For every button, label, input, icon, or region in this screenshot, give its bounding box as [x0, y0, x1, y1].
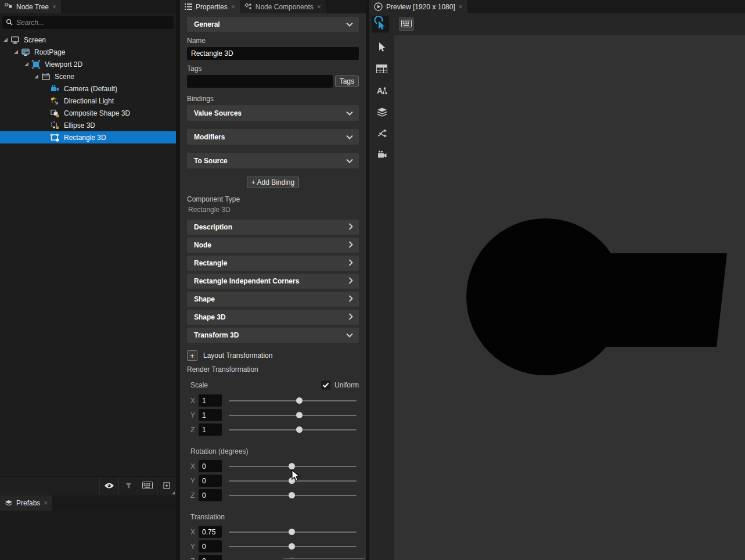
scale-x-input[interactable]: [199, 394, 222, 407]
tree-item-screen[interactable]: Screen: [0, 34, 176, 46]
section-modifiers-label: Modifiers: [194, 133, 225, 141]
tags-button[interactable]: Tags: [335, 76, 359, 87]
search-input[interactable]: [16, 19, 170, 27]
rotation-z-slider[interactable]: [229, 489, 357, 501]
connections-tool-button[interactable]: [375, 128, 390, 141]
section-transform-3d-label: Transform 3D: [194, 331, 239, 339]
scale-y-input[interactable]: [199, 409, 222, 421]
section-rectangle[interactable]: Rectangle: [187, 256, 359, 271]
splitter-left[interactable]: [176, 0, 180, 560]
expander-icon[interactable]: [13, 49, 19, 55]
text-tool-button[interactable]: A: [375, 85, 390, 98]
translation-x-input[interactable]: [199, 526, 222, 538]
tab-preview[interactable]: Preview [1920 x 1080] ×: [369, 0, 467, 13]
tree-item-label: Composite Shape 3D: [64, 109, 130, 117]
slider-handle[interactable]: [289, 478, 295, 484]
tab-node-components-close-icon[interactable]: ×: [317, 3, 321, 10]
tree-item-directional-light[interactable]: Directional Light: [0, 95, 176, 107]
interact-mode-button[interactable]: [372, 16, 389, 33]
tree-item-rectangle-3d[interactable]: Rectangle 3D: [0, 131, 176, 143]
tree-item-composite-shape-3d[interactable]: Composite Shape 3D: [0, 107, 176, 119]
tags-input[interactable]: [187, 75, 333, 88]
preview-canvas[interactable]: [394, 35, 745, 560]
tab-node-components[interactable]: Node Components ×: [240, 0, 326, 13]
expander-icon[interactable]: [23, 62, 29, 67]
tab-node-tree[interactable]: Node Tree ×: [0, 0, 61, 13]
prefabs-icon: [5, 500, 13, 507]
section-description[interactable]: Description: [187, 220, 359, 235]
camera-tool-button[interactable]: [375, 149, 390, 162]
panel-options-button[interactable]: [157, 477, 176, 496]
scale-x-slider[interactable]: [229, 394, 357, 407]
scale-z-input[interactable]: [199, 423, 222, 436]
layers-icon: [377, 107, 387, 119]
tab-node-tree-label: Node Tree: [16, 3, 49, 11]
tree-item-viewport-2d[interactable]: Viewport 2D: [0, 58, 176, 70]
section-shape-3d[interactable]: Shape 3D: [187, 310, 359, 325]
plus-icon: +: [190, 351, 195, 360]
slider-handle[interactable]: [289, 529, 295, 535]
tab-node-tree-close-icon[interactable]: ×: [52, 3, 56, 10]
slider-handle[interactable]: [296, 397, 303, 404]
slider-handle[interactable]: [289, 543, 295, 550]
tree-item-ellipse-3d[interactable]: Ellipse 3D: [0, 119, 176, 131]
section-shape-label: Shape: [194, 295, 215, 303]
section-modifiers[interactable]: Modifiers: [187, 129, 359, 145]
scale-y-slider[interactable]: [229, 409, 357, 421]
grid-tool-button[interactable]: [375, 63, 390, 76]
layers-tool-button[interactable]: [375, 106, 390, 119]
chevron-right-icon: [348, 259, 353, 268]
translation-x-row: X: [190, 525, 359, 539]
section-transform-3d[interactable]: Transform 3D: [187, 328, 359, 343]
filter-button[interactable]: [118, 477, 138, 496]
section-to-source[interactable]: To Source: [187, 153, 359, 168]
tab-prefabs[interactable]: Prefabs ×: [0, 496, 52, 511]
section-node[interactable]: Node: [187, 238, 359, 253]
translation-z-input[interactable]: [199, 555, 222, 560]
rotation-x-input[interactable]: [199, 460, 222, 472]
tab-prefabs-close-icon[interactable]: ×: [44, 500, 48, 507]
rotation-y-input[interactable]: [199, 475, 222, 487]
section-rectangle-independent-corners[interactable]: Rectangle Independent Corners: [187, 274, 359, 289]
rotation-z-row: Z: [190, 488, 359, 502]
rotation-x-slider[interactable]: [229, 460, 357, 472]
translation-y-input[interactable]: [199, 540, 222, 552]
uniform-checkbox[interactable]: [321, 380, 330, 390]
play-icon: [374, 2, 383, 11]
tree-item-camera[interactable]: Camera (Default): [0, 82, 176, 95]
section-shape[interactable]: Shape: [187, 292, 359, 307]
tab-properties-close-icon[interactable]: ×: [231, 3, 235, 10]
eye-icon: [104, 482, 114, 491]
rotation-y-slider[interactable]: [229, 475, 357, 487]
composite-shape-3d-icon: [50, 108, 60, 118]
slider-handle[interactable]: [289, 492, 295, 498]
slider-handle[interactable]: [289, 463, 295, 469]
expander-icon[interactable]: [33, 74, 39, 80]
add-binding-button[interactable]: + Add Binding: [247, 177, 299, 188]
slider-handle[interactable]: [296, 412, 303, 418]
visibility-filter-button[interactable]: [99, 477, 118, 496]
tab-preview-close-icon[interactable]: ×: [459, 3, 463, 10]
rotation-z-input[interactable]: [199, 489, 222, 501]
virtual-keyboard-button[interactable]: [399, 17, 414, 31]
tree-item-scene[interactable]: Scene: [0, 70, 176, 82]
translation-x-slider[interactable]: [229, 526, 357, 538]
name-input[interactable]: [187, 47, 359, 60]
tree-item-rootpage[interactable]: RootPage: [0, 46, 176, 58]
keyboard-shortcuts-button[interactable]: [138, 477, 157, 496]
section-general[interactable]: General: [187, 17, 359, 32]
expander-icon[interactable]: [2, 37, 8, 43]
search-box[interactable]: [2, 16, 174, 29]
slider-handle[interactable]: [296, 426, 303, 433]
section-value-sources[interactable]: Value Sources: [187, 105, 359, 121]
add-layout-transformation-button[interactable]: +: [187, 350, 197, 361]
translation-y-slider[interactable]: [229, 540, 357, 552]
tab-properties[interactable]: Properties ×: [180, 0, 240, 13]
component-sections: Description Node Rectangle Rectangle Ind…: [187, 220, 359, 343]
select-tool-button[interactable]: [375, 42, 390, 55]
ellipse-3d-shape[interactable]: [466, 218, 624, 375]
translation-y-row: Y: [190, 539, 359, 554]
tab-preview-label: Preview [1920 x 1080]: [386, 3, 455, 11]
uniform-toggle[interactable]: Uniform: [321, 380, 359, 390]
scale-z-slider[interactable]: [229, 423, 357, 436]
